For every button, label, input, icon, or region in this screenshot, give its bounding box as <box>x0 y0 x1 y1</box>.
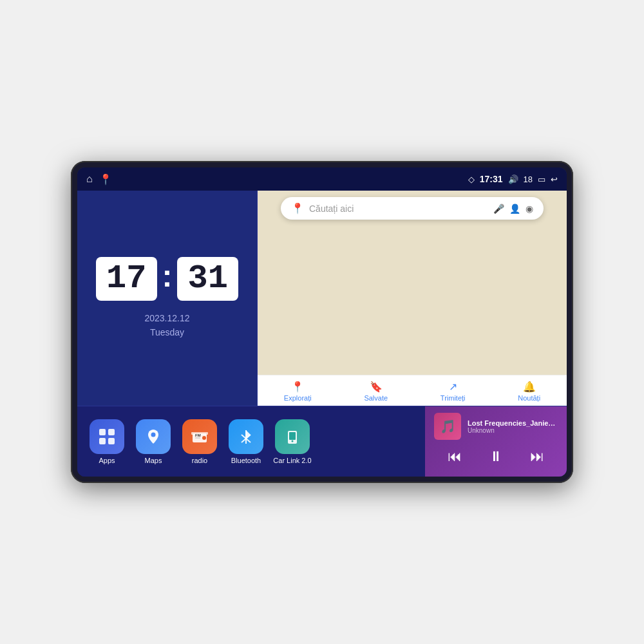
bluetooth-label: Bluetooth <box>231 457 261 464</box>
radio-label: radio <box>192 457 207 464</box>
news-label: Noutăți <box>518 394 540 402</box>
svg-rect-32 <box>108 429 115 435</box>
svg-point-35 <box>151 432 156 437</box>
clock-minute: 31 <box>177 257 238 301</box>
carlink-icon <box>275 419 310 454</box>
svg-point-46 <box>292 440 294 442</box>
maps-nav-icon[interactable]: 📍 <box>99 173 112 185</box>
app-shortcut-maps[interactable]: Maps <box>134 419 173 464</box>
svg-rect-34 <box>108 438 115 444</box>
maps-label: Maps <box>145 457 162 464</box>
music-play-button[interactable]: ⏸ <box>484 447 508 466</box>
explore-label: Explorați <box>284 394 312 402</box>
svg-point-38 <box>202 436 206 440</box>
clock-hour: 17 <box>96 257 156 301</box>
app-shortcut-carlink[interactable]: Car Link 2.0 <box>273 419 312 464</box>
device-screen: ⌂ 📍 ◇ 17:31 🔊 18 ▭ ↩ 17 : <box>77 167 567 477</box>
map-search-placeholder[interactable]: Căutați aici <box>309 204 488 214</box>
app-shortcut-apps[interactable]: Apps <box>88 419 126 464</box>
map-pin-icon: 📍 <box>291 202 304 214</box>
voice-search-icon[interactable]: 🎤 <box>493 204 504 214</box>
music-info: 🎵 Lost Frequencies_Janieck Devy-... Unkn… <box>434 413 558 440</box>
music-next-button[interactable]: ⏭ <box>525 447 549 466</box>
status-right: ◇ 17:31 🔊 18 ▭ ↩ <box>468 174 558 184</box>
top-section: 17 : 31 2023.12.12 Tuesday 📍 Căutați aic… <box>77 191 567 406</box>
explore-icon: 📍 <box>291 381 304 393</box>
app-shortcut-radio[interactable]: FM radio <box>180 419 219 464</box>
share-label: Trimiteți <box>440 394 466 402</box>
volume-icon: 🔊 <box>508 175 518 184</box>
saved-icon: 🔖 <box>370 381 383 393</box>
map-search-actions: 🎤 👤 ◉ <box>493 204 533 214</box>
svg-rect-45 <box>289 432 296 440</box>
share-icon: ↗ <box>449 381 457 393</box>
home-icon[interactable]: ⌂ <box>86 173 93 185</box>
music-controls: ⏮ ⏸ ⏭ <box>434 443 558 470</box>
map-news-btn[interactable]: 🔔 Noutăți <box>518 381 540 402</box>
status-left: ⌂ 📍 <box>86 173 112 185</box>
music-title: Lost Frequencies_Janieck Devy-... <box>468 419 558 427</box>
status-bar: ⌂ 📍 ◇ 17:31 🔊 18 ▭ ↩ <box>77 167 567 191</box>
svg-rect-31 <box>99 429 106 435</box>
apps-icon <box>90 419 124 454</box>
map-share-btn[interactable]: ↗ Trimiteți <box>440 381 466 402</box>
music-prev-button[interactable]: ⏮ <box>442 447 467 466</box>
bottom-section: Apps Maps <box>77 406 567 477</box>
svg-rect-33 <box>99 438 106 444</box>
music-player: 🎵 Lost Frequencies_Janieck Devy-... Unkn… <box>425 406 567 477</box>
map-widget[interactable]: 📍 Căutați aici 🎤 👤 ◉ <box>258 191 567 406</box>
battery-icon: ▭ <box>538 175 545 184</box>
clock-display: 17 : 31 <box>96 257 238 301</box>
radio-icon: FM <box>182 419 217 454</box>
clock-colon: : <box>162 261 173 292</box>
svg-text:FM: FM <box>195 433 201 437</box>
location-icon: ◇ <box>468 175 475 184</box>
music-artist: Unknown <box>468 427 558 434</box>
map-explore-btn[interactable]: 📍 Explorați <box>284 381 312 402</box>
map-search-bar[interactable]: 📍 Căutați aici 🎤 👤 ◉ <box>281 197 544 220</box>
app-shortcut-bluetooth[interactable]: Bluetooth <box>227 419 265 464</box>
device-frame: ⌂ 📍 ◇ 17:31 🔊 18 ▭ ↩ 17 : <box>71 161 573 483</box>
app-shortcuts: Apps Maps <box>77 406 425 477</box>
account-icon[interactable]: 👤 <box>509 204 520 214</box>
status-time: 17:31 <box>480 174 503 184</box>
map-saved-btn[interactable]: 🔖 Salvate <box>364 381 388 402</box>
news-icon: 🔔 <box>523 381 536 393</box>
saved-label: Salvate <box>364 394 388 402</box>
apps-label: Apps <box>99 457 115 464</box>
main-content: 17 : 31 2023.12.12 Tuesday 📍 Căutați aic… <box>77 191 567 477</box>
clock-widget: 17 : 31 2023.12.12 Tuesday <box>77 191 258 406</box>
map-bottom-bar: 📍 Explorați 🔖 Salvate ↗ Trimiteți 🔔 <box>258 375 567 406</box>
back-icon[interactable]: ↩ <box>551 175 558 184</box>
music-thumbnail: 🎵 <box>434 413 461 440</box>
clock-date: 2023.12.12 Tuesday <box>144 311 189 340</box>
music-text: Lost Frequencies_Janieck Devy-... Unknow… <box>468 419 558 434</box>
layers-icon[interactable]: ◉ <box>526 204 533 214</box>
maps-icon <box>136 419 171 454</box>
bluetooth-icon <box>229 419 263 454</box>
volume-level: 18 <box>524 175 533 184</box>
carlink-label: Car Link 2.0 <box>273 457 311 464</box>
